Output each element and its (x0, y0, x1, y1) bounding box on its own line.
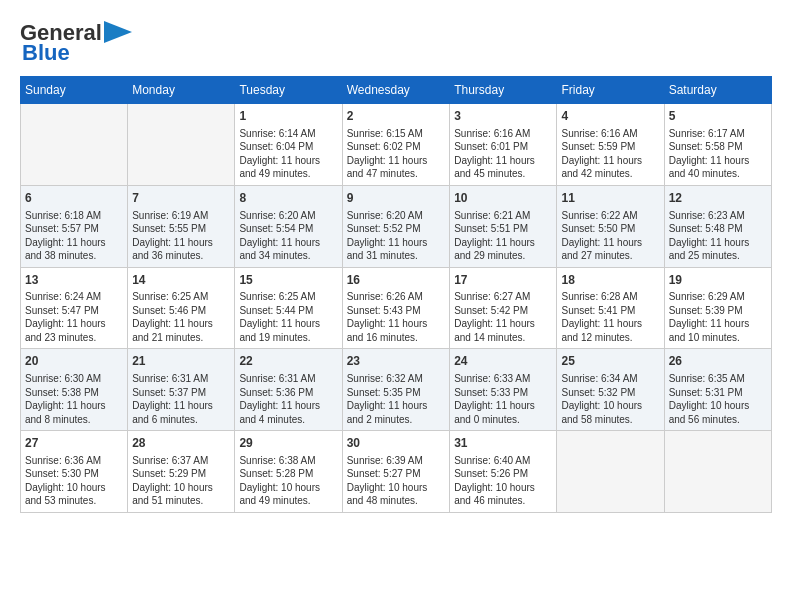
calendar-cell: 27Sunrise: 6:36 AM Sunset: 5:30 PM Dayli… (21, 431, 128, 513)
calendar-cell: 4Sunrise: 6:16 AM Sunset: 5:59 PM Daylig… (557, 104, 664, 186)
day-number: 15 (239, 272, 337, 289)
calendar-cell: 29Sunrise: 6:38 AM Sunset: 5:28 PM Dayli… (235, 431, 342, 513)
cell-content: Sunrise: 6:17 AM Sunset: 5:58 PM Dayligh… (669, 127, 767, 181)
calendar-week-row: 27Sunrise: 6:36 AM Sunset: 5:30 PM Dayli… (21, 431, 772, 513)
cell-content: Sunrise: 6:33 AM Sunset: 5:33 PM Dayligh… (454, 372, 552, 426)
logo: General Blue (20, 20, 132, 66)
cell-content: Sunrise: 6:20 AM Sunset: 5:52 PM Dayligh… (347, 209, 446, 263)
col-header-wednesday: Wednesday (342, 77, 450, 104)
calendar-cell (128, 104, 235, 186)
day-number: 7 (132, 190, 230, 207)
logo-arrow-icon (104, 21, 132, 43)
day-number: 14 (132, 272, 230, 289)
cell-content: Sunrise: 6:36 AM Sunset: 5:30 PM Dayligh… (25, 454, 123, 508)
cell-content: Sunrise: 6:29 AM Sunset: 5:39 PM Dayligh… (669, 290, 767, 344)
col-header-tuesday: Tuesday (235, 77, 342, 104)
day-number: 9 (347, 190, 446, 207)
day-number: 16 (347, 272, 446, 289)
day-number: 18 (561, 272, 659, 289)
day-number: 29 (239, 435, 337, 452)
calendar-cell: 30Sunrise: 6:39 AM Sunset: 5:27 PM Dayli… (342, 431, 450, 513)
calendar-cell: 9Sunrise: 6:20 AM Sunset: 5:52 PM Daylig… (342, 185, 450, 267)
day-number: 24 (454, 353, 552, 370)
calendar-cell: 17Sunrise: 6:27 AM Sunset: 5:42 PM Dayli… (450, 267, 557, 349)
calendar-week-row: 1Sunrise: 6:14 AM Sunset: 6:04 PM Daylig… (21, 104, 772, 186)
calendar-cell: 5Sunrise: 6:17 AM Sunset: 5:58 PM Daylig… (664, 104, 771, 186)
calendar-cell: 1Sunrise: 6:14 AM Sunset: 6:04 PM Daylig… (235, 104, 342, 186)
cell-content: Sunrise: 6:39 AM Sunset: 5:27 PM Dayligh… (347, 454, 446, 508)
calendar-cell: 25Sunrise: 6:34 AM Sunset: 5:32 PM Dayli… (557, 349, 664, 431)
day-number: 20 (25, 353, 123, 370)
svg-marker-0 (104, 21, 132, 43)
calendar-cell: 6Sunrise: 6:18 AM Sunset: 5:57 PM Daylig… (21, 185, 128, 267)
col-header-sunday: Sunday (21, 77, 128, 104)
calendar-header-row: SundayMondayTuesdayWednesdayThursdayFrid… (21, 77, 772, 104)
calendar-cell: 18Sunrise: 6:28 AM Sunset: 5:41 PM Dayli… (557, 267, 664, 349)
calendar-cell (21, 104, 128, 186)
day-number: 27 (25, 435, 123, 452)
cell-content: Sunrise: 6:14 AM Sunset: 6:04 PM Dayligh… (239, 127, 337, 181)
day-number: 30 (347, 435, 446, 452)
day-number: 6 (25, 190, 123, 207)
day-number: 26 (669, 353, 767, 370)
calendar-cell: 11Sunrise: 6:22 AM Sunset: 5:50 PM Dayli… (557, 185, 664, 267)
day-number: 23 (347, 353, 446, 370)
calendar-cell: 14Sunrise: 6:25 AM Sunset: 5:46 PM Dayli… (128, 267, 235, 349)
cell-content: Sunrise: 6:24 AM Sunset: 5:47 PM Dayligh… (25, 290, 123, 344)
calendar-cell: 24Sunrise: 6:33 AM Sunset: 5:33 PM Dayli… (450, 349, 557, 431)
day-number: 28 (132, 435, 230, 452)
calendar-cell: 21Sunrise: 6:31 AM Sunset: 5:37 PM Dayli… (128, 349, 235, 431)
calendar-cell (557, 431, 664, 513)
col-header-saturday: Saturday (664, 77, 771, 104)
header: General Blue (20, 20, 772, 66)
logo-blue-text: Blue (20, 40, 70, 66)
day-number: 31 (454, 435, 552, 452)
cell-content: Sunrise: 6:25 AM Sunset: 5:46 PM Dayligh… (132, 290, 230, 344)
cell-content: Sunrise: 6:32 AM Sunset: 5:35 PM Dayligh… (347, 372, 446, 426)
day-number: 1 (239, 108, 337, 125)
cell-content: Sunrise: 6:40 AM Sunset: 5:26 PM Dayligh… (454, 454, 552, 508)
day-number: 25 (561, 353, 659, 370)
calendar-cell: 31Sunrise: 6:40 AM Sunset: 5:26 PM Dayli… (450, 431, 557, 513)
calendar-cell: 19Sunrise: 6:29 AM Sunset: 5:39 PM Dayli… (664, 267, 771, 349)
day-number: 4 (561, 108, 659, 125)
cell-content: Sunrise: 6:34 AM Sunset: 5:32 PM Dayligh… (561, 372, 659, 426)
calendar-cell: 3Sunrise: 6:16 AM Sunset: 6:01 PM Daylig… (450, 104, 557, 186)
day-number: 13 (25, 272, 123, 289)
cell-content: Sunrise: 6:25 AM Sunset: 5:44 PM Dayligh… (239, 290, 337, 344)
calendar-cell: 15Sunrise: 6:25 AM Sunset: 5:44 PM Dayli… (235, 267, 342, 349)
cell-content: Sunrise: 6:16 AM Sunset: 5:59 PM Dayligh… (561, 127, 659, 181)
calendar-cell (664, 431, 771, 513)
day-number: 11 (561, 190, 659, 207)
day-number: 19 (669, 272, 767, 289)
day-number: 21 (132, 353, 230, 370)
day-number: 3 (454, 108, 552, 125)
cell-content: Sunrise: 6:21 AM Sunset: 5:51 PM Dayligh… (454, 209, 552, 263)
calendar-week-row: 13Sunrise: 6:24 AM Sunset: 5:47 PM Dayli… (21, 267, 772, 349)
calendar-cell: 20Sunrise: 6:30 AM Sunset: 5:38 PM Dayli… (21, 349, 128, 431)
calendar-table: SundayMondayTuesdayWednesdayThursdayFrid… (20, 76, 772, 513)
col-header-thursday: Thursday (450, 77, 557, 104)
calendar-cell: 26Sunrise: 6:35 AM Sunset: 5:31 PM Dayli… (664, 349, 771, 431)
cell-content: Sunrise: 6:35 AM Sunset: 5:31 PM Dayligh… (669, 372, 767, 426)
cell-content: Sunrise: 6:26 AM Sunset: 5:43 PM Dayligh… (347, 290, 446, 344)
col-header-monday: Monday (128, 77, 235, 104)
calendar-cell: 22Sunrise: 6:31 AM Sunset: 5:36 PM Dayli… (235, 349, 342, 431)
cell-content: Sunrise: 6:37 AM Sunset: 5:29 PM Dayligh… (132, 454, 230, 508)
cell-content: Sunrise: 6:20 AM Sunset: 5:54 PM Dayligh… (239, 209, 337, 263)
cell-content: Sunrise: 6:31 AM Sunset: 5:36 PM Dayligh… (239, 372, 337, 426)
calendar-cell: 28Sunrise: 6:37 AM Sunset: 5:29 PM Dayli… (128, 431, 235, 513)
cell-content: Sunrise: 6:38 AM Sunset: 5:28 PM Dayligh… (239, 454, 337, 508)
day-number: 10 (454, 190, 552, 207)
calendar-cell: 12Sunrise: 6:23 AM Sunset: 5:48 PM Dayli… (664, 185, 771, 267)
day-number: 8 (239, 190, 337, 207)
cell-content: Sunrise: 6:22 AM Sunset: 5:50 PM Dayligh… (561, 209, 659, 263)
calendar-cell: 13Sunrise: 6:24 AM Sunset: 5:47 PM Dayli… (21, 267, 128, 349)
calendar-week-row: 20Sunrise: 6:30 AM Sunset: 5:38 PM Dayli… (21, 349, 772, 431)
day-number: 5 (669, 108, 767, 125)
calendar-cell: 2Sunrise: 6:15 AM Sunset: 6:02 PM Daylig… (342, 104, 450, 186)
calendar-cell: 10Sunrise: 6:21 AM Sunset: 5:51 PM Dayli… (450, 185, 557, 267)
calendar-cell: 7Sunrise: 6:19 AM Sunset: 5:55 PM Daylig… (128, 185, 235, 267)
cell-content: Sunrise: 6:30 AM Sunset: 5:38 PM Dayligh… (25, 372, 123, 426)
cell-content: Sunrise: 6:27 AM Sunset: 5:42 PM Dayligh… (454, 290, 552, 344)
